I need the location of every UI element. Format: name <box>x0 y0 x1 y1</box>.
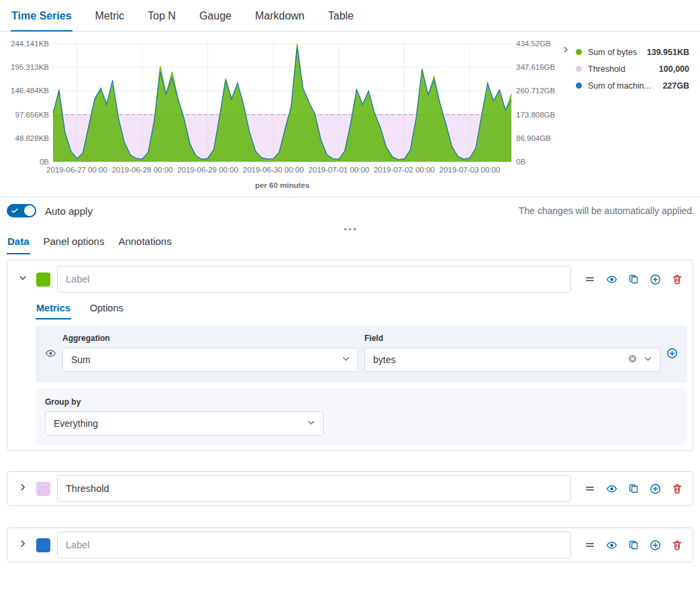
legend-item-threshold[interactable]: Threshold 100,000 <box>576 60 689 77</box>
group-by-select[interactable]: Everything <box>45 411 323 436</box>
series-actions <box>578 274 687 285</box>
svg-text:2019-06-30 00:00: 2019-06-30 00:00 <box>243 166 304 174</box>
clear-field-icon[interactable] <box>628 354 638 366</box>
tab-top-n[interactable]: Top N <box>147 0 177 32</box>
tab-time-series[interactable]: Time Series <box>11 0 72 32</box>
tab-metrics[interactable]: Metrics <box>36 301 71 319</box>
tab-options[interactable]: Options <box>89 301 124 319</box>
tab-table[interactable]: Table <box>328 0 354 32</box>
metric-row: Aggregation Sum Field bytes <box>36 325 687 383</box>
field-column: Field bytes <box>364 334 660 372</box>
auto-apply-row: Auto apply The changes will be automatic… <box>0 197 700 223</box>
svg-text:48.828KB: 48.828KB <box>15 134 49 142</box>
collapse-series-button[interactable] <box>16 272 30 286</box>
svg-text:2019-07-01 00:00: 2019-07-01 00:00 <box>308 166 369 174</box>
svg-text:434.52GB: 434.52GB <box>516 40 551 48</box>
tab-annotations[interactable]: Annotations <box>117 232 172 254</box>
drag-handle-icon[interactable] <box>585 274 595 285</box>
series-color-dot <box>576 49 582 55</box>
svg-text:0B: 0B <box>40 158 49 166</box>
tab-gauge[interactable]: Gauge <box>199 0 232 32</box>
series-label-input[interactable] <box>57 475 571 502</box>
svg-text:244.141KB: 244.141KB <box>11 40 49 48</box>
tab-data[interactable]: Data <box>7 232 30 254</box>
series-label-input[interactable] <box>57 532 571 558</box>
series-header <box>13 266 687 293</box>
svg-text:2019-06-28 00:00: 2019-06-28 00:00 <box>112 166 173 174</box>
group-by-section: Group by Everything <box>36 388 687 445</box>
eye-icon[interactable] <box>606 274 617 285</box>
series-actions <box>578 540 687 551</box>
series-color-swatch[interactable] <box>36 538 50 552</box>
series-header <box>13 532 687 558</box>
series-label-input[interactable] <box>57 266 571 293</box>
series-color-swatch[interactable] <box>36 272 50 287</box>
field-combobox[interactable]: bytes <box>364 348 660 372</box>
svg-text:195.313KB: 195.313KB <box>11 63 49 71</box>
auto-apply-message: The changes will be automatically applie… <box>519 205 695 216</box>
svg-text:97.656KB: 97.656KB <box>15 111 49 119</box>
expand-series-button[interactable] <box>16 482 30 495</box>
legend-collapse-button[interactable] <box>558 44 573 58</box>
legend-value: 139.951KB <box>642 48 689 57</box>
aggregation-select[interactable]: Sum <box>62 348 358 372</box>
expand-series-button[interactable] <box>16 538 30 552</box>
series-color-swatch[interactable] <box>36 482 50 496</box>
svg-text:2019-07-03 00:00: 2019-07-03 00:00 <box>439 166 500 174</box>
auto-apply-toggle[interactable] <box>7 204 36 217</box>
add-metric-icon[interactable] <box>666 334 678 372</box>
legend-item-sum-of-bytes[interactable]: Sum of bytes 139.951KB <box>576 44 689 60</box>
delete-series-icon[interactable] <box>672 483 683 494</box>
series-color-dot <box>576 66 582 72</box>
eye-icon[interactable] <box>606 483 617 495</box>
tab-metric[interactable]: Metric <box>95 0 126 32</box>
chevron-down-icon <box>341 354 351 366</box>
drag-handle-icon[interactable] <box>585 540 595 550</box>
timeseries-chart[interactable]: 2019-06-27 00:002019-06-28 00:002019-06-… <box>3 36 558 191</box>
legend-label: Threshold <box>588 64 626 74</box>
eye-icon[interactable] <box>45 334 56 372</box>
add-series-icon[interactable] <box>650 483 661 495</box>
tab-panel-options[interactable]: Panel options <box>43 232 105 254</box>
aggregation-label: Aggregation <box>62 334 358 343</box>
panel-resize-handle[interactable] <box>0 223 700 232</box>
clone-series-icon[interactable] <box>628 540 639 550</box>
svg-text:per 60 minutes: per 60 minutes <box>255 181 309 189</box>
clone-series-icon[interactable] <box>628 483 639 494</box>
svg-text:2019-06-29 00:00: 2019-06-29 00:00 <box>177 166 238 174</box>
add-series-icon[interactable] <box>650 540 661 551</box>
svg-text:260.712GB: 260.712GB <box>516 87 556 95</box>
delete-series-icon[interactable] <box>672 540 683 550</box>
tab-markdown[interactable]: Markdown <box>254 0 305 32</box>
chart-section: 2019-06-27 00:002019-06-28 00:002019-06-… <box>0 32 700 191</box>
editor-tabs: Data Panel options Annotations <box>0 232 700 254</box>
chevron-down-icon <box>306 417 316 430</box>
legend-item-sum-of-machine-ram[interactable]: Sum of machin... 227GB <box>576 77 689 94</box>
svg-text:146.484KB: 146.484KB <box>11 87 49 95</box>
add-series-icon[interactable] <box>650 274 661 285</box>
resize-dot <box>344 228 346 230</box>
legend-label: Sum of bytes <box>588 48 637 57</box>
svg-text:0B: 0B <box>516 158 526 166</box>
series-header <box>13 475 687 502</box>
series-sub-tabs: Metrics Options <box>36 301 687 319</box>
series-actions <box>578 483 687 495</box>
field-label: Field <box>364 334 660 343</box>
series-card-2 <box>7 471 693 506</box>
clone-series-icon[interactable] <box>628 274 639 285</box>
chevron-right-icon <box>18 483 28 495</box>
toggle-knob <box>24 205 35 216</box>
delete-series-icon[interactable] <box>672 274 683 285</box>
drag-handle-icon[interactable] <box>585 483 595 494</box>
legend-value: 227GB <box>657 81 689 91</box>
series-card-1: Metrics Options Aggregation Sum Field by… <box>7 260 693 451</box>
svg-text:86.904GB: 86.904GB <box>516 134 551 142</box>
eye-icon[interactable] <box>606 540 617 551</box>
series-color-dot <box>576 83 582 89</box>
group-by-label: Group by <box>45 397 678 407</box>
chart-legend: Sum of bytes 139.951KB Threshold 100,000… <box>573 36 699 191</box>
visualization-type-tabs: Time Series Metric Top N Gauge Markdown … <box>0 0 700 32</box>
chevron-right-icon <box>561 45 570 57</box>
resize-dot <box>354 228 356 230</box>
auto-apply-label: Auto apply <box>45 205 93 217</box>
